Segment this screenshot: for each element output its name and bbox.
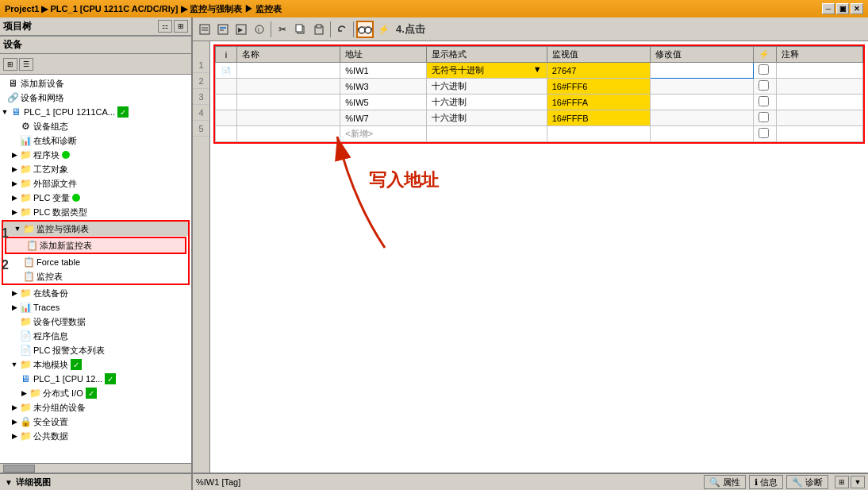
- tree-item-program-info[interactable]: 📄 程序信息: [0, 329, 191, 343]
- row3-comment[interactable]: [777, 95, 863, 110]
- tree-item-device-config[interactable]: ⚙ 设备组态: [0, 119, 191, 133]
- toolbar-btn-paste[interactable]: [310, 21, 328, 38]
- row2-addr[interactable]: %IW3: [340, 79, 427, 95]
- online-backup-icon: 📁: [19, 287, 32, 299]
- row3-addr[interactable]: %IW5: [340, 95, 427, 110]
- row5-format[interactable]: [426, 126, 547, 142]
- tree-item-plc-data-types[interactable]: ▶ 📁 PLC 数据类型: [0, 205, 191, 219]
- row1-addr[interactable]: %IW1: [340, 63, 427, 79]
- tree-item-traces[interactable]: ▶ 📊 Traces: [0, 300, 191, 314]
- toolbar-btn-2[interactable]: [214, 21, 232, 38]
- ungrouped-icon: 📁: [19, 402, 32, 413]
- tree-item-ungrouped[interactable]: ▶ 📁 未分组的设备: [0, 400, 191, 415]
- row2-format[interactable]: 十六进制: [426, 79, 547, 95]
- minimize-button[interactable]: ─: [822, 3, 835, 14]
- row1-format[interactable]: 无符号十进制 ▼: [426, 63, 547, 79]
- tree-item-shared-data[interactable]: ▶ 📁 公共数据: [0, 429, 191, 443]
- row5-modify[interactable]: [650, 126, 753, 142]
- row5-addr[interactable]: <新增>: [340, 126, 427, 142]
- row4-name[interactable]: [237, 110, 340, 126]
- tree-item-distributed-io[interactable]: ▶ 📁 分布式 I/O ✓: [0, 386, 191, 400]
- row1-modify-input[interactable]: [655, 66, 748, 75]
- toolbar-btn-3[interactable]: ▶: [232, 21, 250, 38]
- tree-item-force-table[interactable]: 📋 Force table: [3, 255, 188, 269]
- tree-item-plc1-local[interactable]: 🖥 PLC_1 [CPU 12... ✓: [0, 372, 191, 386]
- row2-name[interactable]: [237, 79, 340, 95]
- tree-item-online-diag[interactable]: 📊 在线和诊断: [0, 133, 191, 148]
- tree-item-security[interactable]: ▶ 🔒 安全设置: [0, 415, 191, 429]
- toolbar-btn-flash[interactable]: ⚡: [374, 21, 392, 38]
- row4-force[interactable]: [754, 110, 777, 126]
- col-monitor: 监视值: [547, 47, 650, 63]
- row1-comment[interactable]: [777, 63, 863, 79]
- toolbar-btn-cut[interactable]: ✂: [274, 21, 291, 38]
- tree-btn-1[interactable]: ⊞: [3, 58, 17, 71]
- tree-item-add-monitor[interactable]: 📋 添加新监控表: [6, 238, 185, 253]
- row4-format[interactable]: 十六进制: [426, 110, 547, 126]
- tree-btn-2[interactable]: ☰: [19, 58, 33, 71]
- row2-force-check[interactable]: [759, 80, 769, 91]
- tree-item-plc1[interactable]: ▼ 🖥 PLC_1 [CPU 1211CA... ✓: [0, 105, 191, 119]
- panel-icon-btn-1[interactable]: ⚏: [158, 20, 172, 33]
- tree-item-add-device[interactable]: 🖥 添加新设备: [0, 76, 191, 91]
- monitor-force-group: ▼ 📁 监控与强制表 📋 添加新监控表 📋: [2, 220, 190, 285]
- row4-force-check[interactable]: [759, 112, 769, 122]
- status-btn-1[interactable]: ⊞: [835, 476, 849, 488]
- plc-data-types-label: PLC 数据类型: [33, 206, 87, 218]
- tree-item-plc-vars[interactable]: ▶ 📁 PLC 变量: [0, 191, 191, 205]
- tree-item-device-proxy[interactable]: 📁 设备代理数据: [0, 314, 191, 329]
- row5-force-check[interactable]: [759, 128, 769, 138]
- svg-rect-13: [317, 25, 321, 28]
- tree-hscroll[interactable]: [0, 463, 191, 473]
- row1-name[interactable]: [237, 63, 340, 79]
- tree-item-device-network[interactable]: 🔗 设备和网络: [0, 91, 191, 105]
- tree-item-monitor-table[interactable]: 📋 监控表: [3, 269, 188, 284]
- tree-item-program-blocks[interactable]: ▶ 📁 程序块: [0, 148, 191, 162]
- row5-comment[interactable]: [777, 126, 863, 142]
- breadcrumb-text: Project1 ▶ PLC_1 [CPU 1211C AC/DC/Rly] ▶…: [5, 3, 282, 15]
- program-blocks-icon: 📁: [19, 149, 32, 160]
- row2-comment[interactable]: [777, 79, 863, 95]
- tree-item-plc-alarm-text[interactable]: 📄 PLC 报警文本列表: [0, 343, 191, 357]
- status-info[interactable]: ℹ 信息: [749, 475, 783, 489]
- close-button[interactable]: ✕: [851, 3, 863, 14]
- local-modules-icon: 📁: [19, 359, 32, 370]
- row2-modify[interactable]: [650, 79, 753, 95]
- plc-data-types-expand: ▶: [10, 208, 19, 216]
- tree-item-online-backup[interactable]: ▶ 📁 在线备份: [0, 286, 191, 300]
- status-btn-2[interactable]: ▼: [851, 476, 865, 488]
- row3-force-check[interactable]: [759, 96, 769, 106]
- tree-item-external-source[interactable]: ▶ 📁 外部源文件: [0, 176, 191, 191]
- row4-comment[interactable]: [777, 110, 863, 126]
- row3-format[interactable]: 十六进制: [426, 95, 547, 110]
- svg-text:i: i: [258, 26, 259, 33]
- row3-modify[interactable]: [650, 95, 753, 110]
- tree-item-tech-objects[interactable]: ▶ 📁 工艺对象: [0, 162, 191, 176]
- row1-force[interactable]: [754, 63, 777, 79]
- toolbar-btn-undo[interactable]: [333, 21, 351, 38]
- plc1-local-icon: 🖥: [19, 373, 32, 384]
- toolbar-btn-4[interactable]: i: [251, 21, 268, 38]
- row2-force[interactable]: [754, 79, 777, 95]
- row4-addr[interactable]: %IW7: [340, 110, 427, 126]
- row1-modify[interactable]: [650, 63, 753, 79]
- row3-force[interactable]: [754, 95, 777, 110]
- toolbar-btn-copy[interactable]: [292, 21, 309, 38]
- force-table-icon: 📋: [22, 257, 35, 268]
- row1-force-check[interactable]: [759, 64, 769, 75]
- tree-item-monitor-force[interactable]: ▼ 📁 监控与强制表: [3, 222, 188, 236]
- svg-rect-11: [296, 25, 302, 32]
- detail-expand-icon[interactable]: ▼: [5, 478, 13, 487]
- restore-button[interactable]: ▣: [836, 3, 849, 14]
- toolbar-btn-1[interactable]: [196, 21, 213, 38]
- row5-name[interactable]: [237, 126, 340, 142]
- panel-icon-btn-2[interactable]: ⊞: [174, 20, 188, 33]
- status-diagnostics[interactable]: 🔧 诊断: [786, 475, 828, 489]
- status-properties[interactable]: 🔍 属性: [704, 475, 746, 489]
- row5-force[interactable]: [754, 126, 777, 142]
- diagnostics-icon: 🔧: [792, 477, 803, 488]
- row4-modify[interactable]: [650, 110, 753, 126]
- toolbar-btn-monitor[interactable]: [356, 21, 374, 38]
- tree-item-local-modules[interactable]: ▼ 📁 本地模块 ✓: [0, 357, 191, 372]
- row3-name[interactable]: [237, 95, 340, 110]
